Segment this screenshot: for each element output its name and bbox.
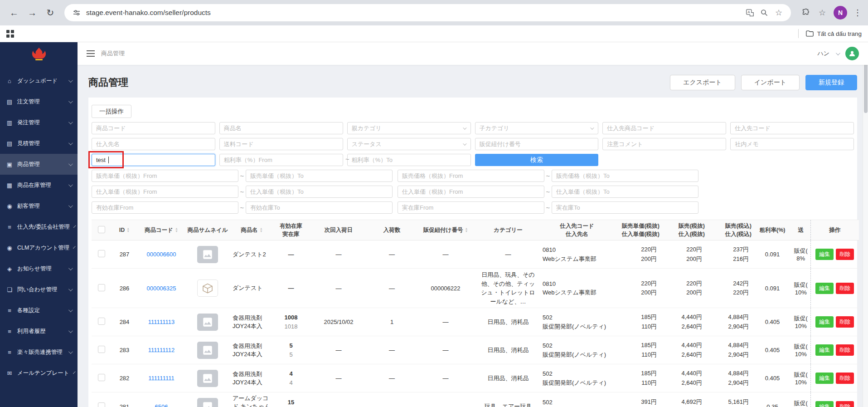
search-button[interactable]: 検索 <box>475 154 599 166</box>
sort-icon[interactable]: ▲▼ <box>465 227 468 233</box>
sidebar-item-dashboard[interactable]: ⌂ ダッシュボード <box>0 70 78 91</box>
delete-button[interactable]: 削除 <box>836 373 854 384</box>
sell-price-to-input[interactable] <box>552 170 698 182</box>
sidebar-item-purchase-orders[interactable]: ▥ 発注管理 <box>0 112 78 133</box>
product-code-link[interactable]: 111111112 <box>148 347 175 353</box>
user-name[interactable]: ハン <box>817 49 829 58</box>
purchase-unit-price2-from-input[interactable] <box>398 186 544 198</box>
select-all-checkbox[interactable] <box>98 226 105 233</box>
supplier-name-input[interactable] <box>92 138 215 150</box>
chevron-down-icon[interactable] <box>836 51 840 55</box>
status-select[interactable]: ステータス <box>347 138 471 150</box>
all-bookmarks-button[interactable]: Tất cả dấu trang <box>798 29 862 38</box>
row-checkbox[interactable] <box>98 402 105 407</box>
delete-button[interactable]: 削除 <box>836 249 854 260</box>
row-checkbox[interactable] <box>98 374 105 381</box>
forward-button[interactable]: → <box>24 5 40 20</box>
row-checkbox[interactable] <box>98 346 105 353</box>
bulk-action-button[interactable]: 一括操作 <box>92 105 131 118</box>
sidebar-item-product-inventory[interactable]: ▦ 商品在庫管理 <box>0 175 78 196</box>
sell-unit-price-to-input[interactable] <box>246 170 393 182</box>
delete-button[interactable]: 削除 <box>836 283 854 294</box>
product-name-input[interactable] <box>219 122 343 134</box>
extensions-icon[interactable] <box>801 8 811 18</box>
real-stock-from-input[interactable] <box>398 201 544 214</box>
row-checkbox[interactable] <box>98 284 105 291</box>
internal-memo-input[interactable] <box>730 138 854 150</box>
product-code-link[interactable]: 000006600 <box>146 251 176 258</box>
real-stock-to-input[interactable] <box>552 201 698 214</box>
app-logo[interactable] <box>0 42 78 66</box>
edit-button[interactable]: 編集 <box>815 401 834 407</box>
delete-button[interactable]: 削除 <box>836 401 854 407</box>
edit-button[interactable]: 編集 <box>815 316 834 328</box>
purchase-unit-price2-to-input[interactable] <box>552 186 698 198</box>
delete-button[interactable]: 削除 <box>836 316 854 328</box>
promo-link-number-input[interactable] <box>475 138 599 150</box>
edit-button[interactable]: 編集 <box>815 373 834 384</box>
product-code-link[interactable]: 111111111 <box>148 375 174 382</box>
edit-button[interactable]: 編集 <box>815 344 834 356</box>
child-category-select[interactable]: 子カテゴリ <box>475 122 599 134</box>
reload-button[interactable]: ↻ <box>43 5 58 20</box>
page-scrollbar[interactable] <box>863 42 868 407</box>
margin-rate-to-input[interactable] <box>347 154 471 166</box>
sidebar-collapse-icon[interactable] <box>87 50 95 57</box>
sidebar-item-orders[interactable]: ▤ 注文管理 <box>0 91 78 112</box>
shipping-code-input[interactable] <box>219 138 343 150</box>
sidebar-item-products[interactable]: ▣ 商品管理 <box>0 154 78 175</box>
supplier-code-input[interactable] <box>730 122 854 134</box>
sort-icon[interactable]: ▲▼ <box>126 227 130 233</box>
sell-price-from-input[interactable] <box>398 170 544 182</box>
product-code-input[interactable] <box>92 122 215 134</box>
sidebar-item-quotes[interactable]: ▤ 見積管理 <box>0 133 78 154</box>
sort-icon[interactable]: ▲▼ <box>260 227 263 233</box>
supplier-product-code-input[interactable] <box>602 122 726 134</box>
header-promo-number[interactable]: 販促紐付け番号▲▼ <box>415 220 476 240</box>
address-bar[interactable]: stage.event-hanako.com/seller/products A… <box>64 4 791 21</box>
import-button[interactable]: インポート <box>741 75 800 90</box>
edit-button[interactable]: 編集 <box>815 283 834 294</box>
parent-category-select[interactable]: 親カテゴリ <box>347 122 471 134</box>
focused-filter-input[interactable] <box>92 154 215 166</box>
header-id[interactable]: ID▲▼ <box>112 220 137 240</box>
pinned-extension-star-icon[interactable]: ☆ <box>817 8 827 18</box>
purchase-unit-price-from-input[interactable] <box>92 186 238 198</box>
sidebar-item-clm-accounts[interactable]: ◉ CLMアカウント管理 <box>0 237 78 258</box>
translate-icon[interactable]: A <box>745 8 755 18</box>
product-code-link[interactable]: 111111113 <box>148 319 175 325</box>
header-product-code[interactable]: 商品コード▲▼ <box>137 220 185 240</box>
user-avatar[interactable] <box>845 47 859 60</box>
export-button[interactable]: エクスポート <box>670 75 735 90</box>
valid-stock-from-input[interactable] <box>92 201 238 214</box>
delete-button[interactable]: 削除 <box>836 344 854 356</box>
apps-grid-icon[interactable] <box>6 30 14 38</box>
sidebar-item-mail-templates[interactable]: ✉ メールテンプレート <box>0 363 78 383</box>
menu-kebab-icon[interactable]: ⋮ <box>853 8 862 18</box>
valid-stock-to-input[interactable] <box>246 201 393 214</box>
search-icon[interactable] <box>759 8 769 18</box>
header-product-name[interactable]: 商品名▲▼ <box>230 220 274 240</box>
sort-icon[interactable]: ▲▼ <box>175 227 178 233</box>
bookmark-star-icon[interactable]: ☆ <box>774 8 784 18</box>
back-button[interactable]: ← <box>6 5 22 20</box>
sidebar-item-settings[interactable]: ≡ 各種設定 <box>0 300 78 321</box>
profile-avatar[interactable]: N <box>834 6 847 20</box>
sell-unit-price-from-input[interactable] <box>92 170 238 182</box>
sidebar-item-rakuraku-sales[interactable]: ≡ 楽々販売連携管理 <box>0 342 78 363</box>
sidebar-item-customers[interactable]: ◉ 顧客管理 <box>0 196 78 216</box>
sidebar-item-user-history[interactable]: ≡ 利用者履歴 <box>0 321 78 342</box>
caution-comment-input[interactable] <box>602 138 726 150</box>
row-checkbox[interactable] <box>98 250 105 257</box>
sidebar-item-inquiries[interactable]: ❏ 問い合わせ管理 <box>0 279 78 300</box>
edit-button[interactable]: 編集 <box>815 249 834 260</box>
new-register-button[interactable]: 新規登録 <box>805 75 857 90</box>
purchase-unit-price-to-input[interactable] <box>246 186 393 198</box>
product-code-link[interactable]: 000006325 <box>146 285 176 292</box>
row-checkbox[interactable] <box>98 318 105 325</box>
site-settings-icon[interactable] <box>72 8 82 18</box>
product-code-link[interactable]: 6506 <box>155 403 168 407</box>
sidebar-item-notices[interactable]: ◈ お知らせ管理 <box>0 258 78 279</box>
sidebar-item-suppliers[interactable]: ≡ 仕入先/委託会社管理 <box>0 216 78 237</box>
margin-rate-from-input[interactable] <box>219 154 343 166</box>
